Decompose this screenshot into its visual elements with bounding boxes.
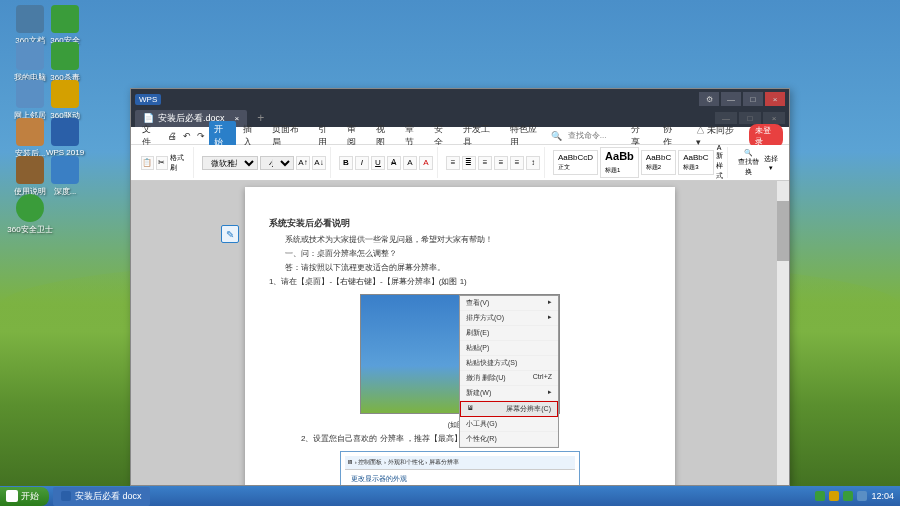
font-size-select[interactable]: 小五 [260,156,294,170]
taskbar-item[interactable]: 安装后必看 docx [53,487,150,506]
menubar: 文件 🖨 ↶ ↷ 开始 插入 页面布局 引用 审阅 视图 章节 安全 开发工具 … [131,127,789,145]
style-normal[interactable]: AaBbCcD正文 [553,150,598,175]
doc-text: 1、请在【桌面】-【右键右键】-【屏幕分辨率】(如图 1) [269,276,651,288]
doc-text: 一、问：桌面分辨率怎么调整？ [269,248,651,260]
maximize-button[interactable]: □ [743,92,763,106]
wps-window: WPS ⚙ — □ × 📄 安装后必看.docx × + — □ × 文件 🖨 … [130,88,790,486]
new-style-button[interactable]: A新样式 [716,144,723,181]
ss2-breadcrumb: 🖥 › 控制面板 › 外观和个性化 › 屏幕分辨率 [345,456,575,470]
settings-icon[interactable]: ⚙ [699,92,719,106]
close-button[interactable]: × [765,92,785,106]
style-heading2[interactable]: AaBbC标题2 [641,150,676,175]
clock[interactable]: 12:04 [871,491,894,501]
numbering-button[interactable]: ≣ [462,156,476,170]
font-select[interactable]: 微软雅黑 [202,156,258,170]
toolbar-icon[interactable]: 🖨 [166,131,179,141]
embedded-screenshot: 查看(V)▸ 排序方式(O)▸ 刷新(E) 粘贴(P) 粘贴快捷方式(S) 撤消… [360,294,560,414]
desktop-icon[interactable]: 360安全 [40,5,90,46]
style-heading3[interactable]: AaBbC标题3 [678,150,713,175]
bold-button[interactable]: B [339,156,353,170]
comment-marker-icon[interactable]: ✎ [221,225,239,243]
document-viewport[interactable]: ✎ 系统安装后必看说明 系统或技术为大家提供一些常见问题，希望对大家有帮助！ 一… [131,181,789,485]
desktop-icon[interactable]: WPS 2019 [40,118,90,157]
tray-icon[interactable] [843,491,853,501]
vertical-scrollbar[interactable] [777,181,789,485]
doc-text: 答：请按照以下流程更改适合的屏幕分辨率。 [269,262,651,274]
italic-button[interactable]: I [355,156,369,170]
login-badge[interactable]: 未登录 [749,124,783,148]
cut-button[interactable]: ✂ [156,156,169,170]
tray-icon[interactable] [815,491,825,501]
scroll-thumb[interactable] [777,201,789,261]
highlight-button[interactable]: A [403,156,417,170]
select-button[interactable]: 选择▾ [763,154,779,172]
bullets-button[interactable]: ≡ [446,156,460,170]
align-right-button[interactable]: ≡ [510,156,524,170]
start-button[interactable]: 开始 [0,487,49,506]
ribbon: 📋 ✂ 格式刷 微软雅黑 小五 A↑ A↓ B I U A̶ A A ≡ ≣ ≡… [131,145,789,181]
command-search-input[interactable] [564,129,624,143]
taskbar: 开始 安装后必看 docx 12:04 [0,486,900,506]
align-center-button[interactable]: ≡ [494,156,508,170]
document-page[interactable]: ✎ 系统安装后必看说明 系统或技术为大家提供一些常见问题，希望对大家有帮助！ 一… [245,187,675,485]
line-spacing-button[interactable]: ↕ [526,156,540,170]
desktop-icon[interactable]: 深度... [40,156,90,197]
minimize-button[interactable]: — [721,92,741,106]
increase-font-button[interactable]: A↑ [296,156,310,170]
volume-icon[interactable] [857,491,867,501]
desktop-icon[interactable]: 360安全卫士 [5,194,55,235]
desktop-icon[interactable]: 360驱动 [40,80,90,121]
doc-text: 系统或技术为大家提供一些常见问题，希望对大家有帮助！ [269,234,651,246]
find-replace-button[interactable]: 🔍查找替换 [736,149,761,177]
embedded-screenshot: 🖥 › 控制面板 › 外观和个性化 › 屏幕分辨率 更改显示器的外观 [340,451,580,486]
wps-logo-icon: WPS [135,94,161,105]
decrease-font-button[interactable]: A↓ [312,156,326,170]
titlebar[interactable]: WPS ⚙ — □ × [131,89,789,109]
system-tray[interactable]: 12:04 [809,491,900,501]
underline-button[interactable]: U [371,156,385,170]
align-left-button[interactable]: ≡ [478,156,492,170]
toolbar-icon[interactable]: ↶ [181,131,193,141]
toolbar-icon[interactable]: ↷ [195,131,207,141]
format-painter-button[interactable]: 格式刷 [170,153,189,173]
font-color-button[interactable]: A [419,156,433,170]
desktop-icon[interactable]: 360杀毒 [40,42,90,83]
paste-button[interactable]: 📋 [141,156,154,170]
strike-button[interactable]: A̶ [387,156,401,170]
style-heading1[interactable]: AaBb标题1 [600,147,639,178]
tray-icon[interactable] [829,491,839,501]
doc-heading: 系统安装后必看说明 [269,217,651,230]
search-icon: 🔍 [551,131,562,141]
context-menu-illustration: 查看(V)▸ 排序方式(O)▸ 刷新(E) 粘贴(P) 粘贴快捷方式(S) 撤消… [459,295,559,448]
